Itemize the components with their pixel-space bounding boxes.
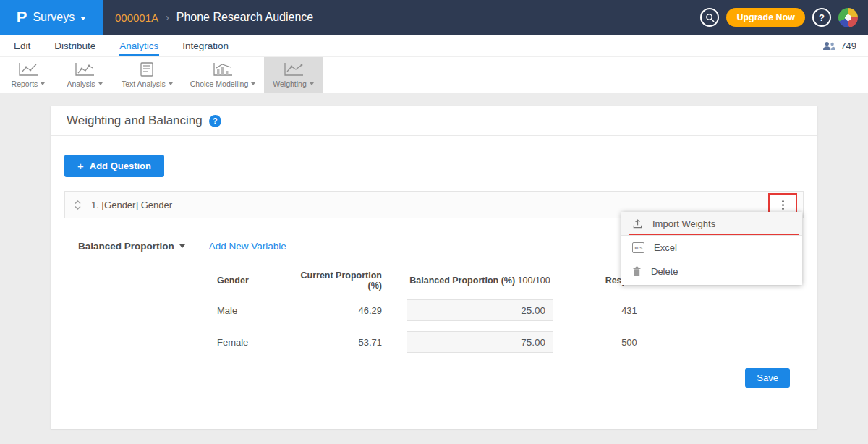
save-button[interactable]: Save <box>745 368 790 388</box>
upload-icon <box>632 218 643 229</box>
cell-current-proportion: 46.29 <box>292 305 382 316</box>
line-chart-icon <box>17 61 39 77</box>
chevron-down-icon <box>169 82 173 85</box>
line-chart-icon <box>283 61 305 77</box>
cell-current-proportion: 53.71 <box>292 337 382 348</box>
header-current-proportion: Current Proportion (%) <box>292 270 382 291</box>
table-row: Female 53.71 500 <box>217 326 804 358</box>
menu-item-label: Delete <box>651 266 678 277</box>
document-icon <box>138 61 156 77</box>
save-row: Save <box>64 368 804 388</box>
nav-item-integration[interactable]: Integration <box>182 35 229 56</box>
help-icon[interactable]: ? <box>209 115 221 127</box>
upgrade-now-button[interactable]: Upgrade Now <box>726 8 805 27</box>
header-gender: Gender <box>217 276 292 286</box>
nav-item-analytics[interactable]: Analytics <box>119 35 159 56</box>
tab-reports[interactable]: Reports <box>0 57 56 93</box>
chevron-down-icon <box>251 82 255 85</box>
help-button[interactable]: ? <box>812 8 831 27</box>
cell-responses: 431 <box>575 305 684 316</box>
survey-id[interactable]: 000001A <box>115 12 158 24</box>
balanced-proportion-label: Balanced Proportion <box>78 241 174 252</box>
question-mark-icon: ? <box>819 12 825 23</box>
card-header: Weighting and Balancing ? <box>51 106 817 136</box>
analytics-toolbar: Reports Analysis Text Analysis Choice Mo… <box>0 57 868 93</box>
menu-item-label: Import Weights <box>652 218 715 229</box>
tab-label: Text Analysis <box>122 80 166 88</box>
tab-label: Analysis <box>67 80 95 88</box>
tab-label: Choice Modelling <box>190 80 249 88</box>
tab-weighting[interactable]: Weighting <box>264 57 323 93</box>
cell-gender: Female <box>217 337 292 348</box>
menu-item-import-weights[interactable]: Import Weights <box>621 212 802 236</box>
bar-line-chart-icon <box>212 61 234 77</box>
product-name: Surveys <box>33 11 75 24</box>
line-chart-icon <box>74 61 95 77</box>
table-row: Male 46.29 431 <box>217 294 804 326</box>
survey-title: Phone Research Audience <box>176 11 313 24</box>
cell-responses: 500 <box>575 337 684 348</box>
theme-palette-icon[interactable] <box>838 8 858 27</box>
menu-item-delete[interactable]: Delete <box>621 260 802 283</box>
tab-analysis[interactable]: Analysis <box>56 57 113 93</box>
balanced-proportion-dropdown[interactable]: Balanced Proportion <box>78 241 185 252</box>
search-button[interactable] <box>700 8 719 27</box>
surveys-product-menu[interactable]: P Surveys <box>0 0 103 35</box>
chevron-down-icon <box>80 17 86 20</box>
weighting-table: Gender Current Proportion (%) Balanced P… <box>64 273 804 358</box>
question-label: 1. [Gender] Gender <box>91 200 172 210</box>
app-header: P Surveys 000001A › Phone Research Audie… <box>0 0 868 35</box>
add-question-button[interactable]: + Add Question <box>64 155 164 177</box>
collapse-icon <box>73 200 82 210</box>
kebab-menu-icon <box>782 200 784 210</box>
tab-label: Weighting <box>273 80 307 88</box>
nav-item-distribute[interactable]: Distribute <box>54 35 96 56</box>
plus-icon: + <box>77 160 84 172</box>
breadcrumb: 000001A › Phone Research Audience <box>115 11 313 24</box>
chevron-down-icon <box>310 82 314 85</box>
add-question-label: Add Question <box>90 161 151 171</box>
survey-nav: Edit Distribute Analytics Integration 74… <box>0 35 868 57</box>
responses-count: 749 <box>841 40 856 51</box>
search-icon <box>705 13 715 22</box>
header-actions: Upgrade Now ? <box>700 8 868 27</box>
tab-text-analysis[interactable]: Text Analysis <box>113 57 182 93</box>
cell-gender: Male <box>217 305 292 316</box>
collapse-button[interactable] <box>73 200 82 210</box>
page-title: Weighting and Balancing <box>67 114 203 128</box>
menu-item-label: Excel <box>654 242 677 253</box>
chevron-down-icon <box>41 82 45 85</box>
people-icon <box>822 41 836 51</box>
tab-choice-modelling[interactable]: Choice Modelling <box>182 57 265 93</box>
header-balanced-label: Balanced Proportion (%) <box>409 276 515 286</box>
breadcrumb-separator-icon: › <box>166 12 169 23</box>
balanced-proportion-input[interactable] <box>407 299 553 321</box>
menu-item-excel[interactable]: XLS Excel <box>621 236 802 260</box>
responses-counter: 749 <box>822 40 856 51</box>
tab-label: Reports <box>12 80 38 88</box>
annotation-underline <box>629 234 799 235</box>
nav-item-edit[interactable]: Edit <box>13 35 31 56</box>
brand-logo: P <box>17 9 27 25</box>
add-new-variable-link[interactable]: Add New Variable <box>209 241 286 252</box>
balanced-proportion-input[interactable] <box>407 331 553 353</box>
xls-icon: XLS <box>632 242 644 253</box>
trash-icon <box>632 266 642 277</box>
header-balanced-total: 100/100 <box>518 276 550 286</box>
question-context-menu: Import Weights XLS Excel Delete <box>621 212 802 285</box>
header-balanced-proportion: Balanced Proportion (%) 100/100 <box>407 276 553 286</box>
chevron-down-icon <box>98 82 103 85</box>
chevron-down-icon <box>179 244 185 248</box>
weighting-card: Weighting and Balancing ? + Add Question… <box>51 106 817 429</box>
